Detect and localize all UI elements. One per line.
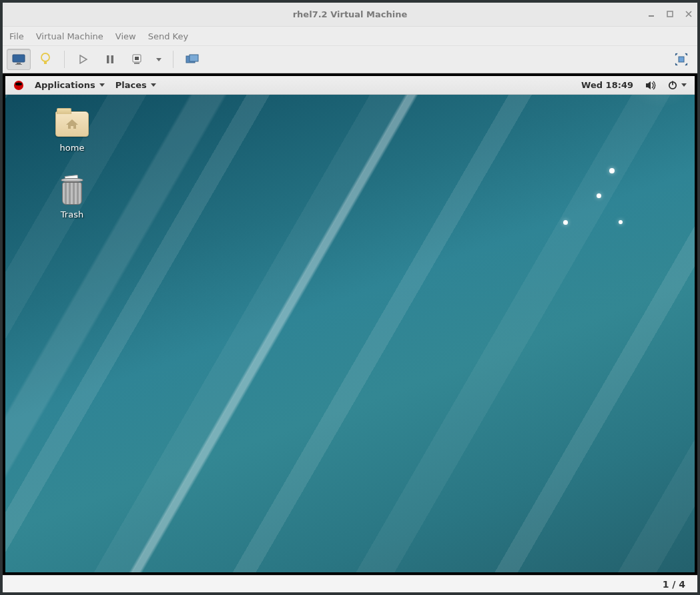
chevron-down-icon: [99, 83, 105, 87]
menu-file[interactable]: File: [9, 31, 24, 41]
play-icon: [79, 55, 88, 64]
menu-virtual-machine[interactable]: Virtual Machine: [36, 31, 103, 41]
svg-rect-0: [649, 15, 654, 17]
desktop-icon-label: home: [39, 143, 105, 153]
clock[interactable]: Wed 18:49: [581, 80, 633, 90]
svg-rect-9: [111, 55, 114, 63]
desktop-icon-home[interactable]: home: [39, 109, 105, 153]
desktop-icon-trash[interactable]: Trash: [39, 176, 105, 219]
guest-desktop[interactable]: home Trash: [5, 95, 695, 572]
window-title: rhel7.2 Virtual Machine: [293, 9, 408, 19]
window-maximize-button[interactable]: [667, 11, 673, 19]
app-toolbar: [3, 45, 697, 73]
fullscreen-icon: [675, 53, 688, 66]
volume-indicator[interactable]: [641, 81, 660, 90]
folder-icon: [55, 111, 89, 137]
svg-marker-25: [66, 119, 78, 129]
power-menu[interactable]: [664, 81, 691, 90]
shutdown-device-icon: [131, 54, 143, 65]
applications-menu[interactable]: Applications: [31, 76, 109, 94]
app-menubar: File Virtual Machine View Send Key: [3, 27, 697, 45]
svg-rect-11: [135, 57, 139, 60]
guest-top-panel: Applications Places Wed 18:49: [5, 76, 695, 95]
menu-send-key[interactable]: Send Key: [148, 31, 188, 41]
svg-rect-12: [134, 63, 139, 64]
monitor-icon: [12, 54, 25, 65]
console-view-button[interactable]: [7, 49, 31, 70]
pause-vm-button[interactable]: [98, 49, 122, 70]
lightbulb-icon: [40, 53, 51, 66]
window-minimize-button[interactable]: [648, 11, 655, 19]
svg-point-5: [41, 53, 49, 61]
svg-point-21: [15, 82, 22, 85]
redhat-menu-icon[interactable]: [9, 76, 28, 94]
chevron-down-icon: [681, 83, 687, 87]
guest-screen[interactable]: Applications Places Wed 18:49: [3, 73, 697, 575]
svg-marker-7: [80, 55, 87, 63]
svg-rect-15: [679, 57, 684, 62]
svg-rect-1: [667, 11, 673, 17]
trash-icon: [61, 177, 83, 205]
svg-marker-22: [646, 81, 651, 89]
redhat-icon: [13, 80, 24, 91]
shutdown-menu-button[interactable]: [151, 49, 166, 70]
svg-rect-14: [190, 55, 198, 61]
vm-display-frame: Applications Places Wed 18:49: [3, 73, 697, 592]
places-label: Places: [115, 80, 147, 90]
svg-rect-4: [15, 64, 22, 65]
speaker-icon: [645, 81, 656, 90]
power-icon: [668, 81, 677, 90]
window-titlebar: rhel7.2 Virtual Machine: [3, 3, 697, 27]
home-icon: [65, 118, 79, 130]
chevron-down-icon: [151, 83, 156, 87]
toolbar-separator: [173, 51, 173, 68]
applications-label: Applications: [35, 80, 95, 90]
toolbar-separator: [64, 51, 65, 68]
svg-rect-24: [672, 81, 673, 85]
details-view-button[interactable]: [33, 49, 57, 70]
desktop-icon-label: Trash: [39, 209, 105, 219]
shutdown-vm-button[interactable]: [125, 49, 149, 70]
page-counter: 1 / 4: [663, 579, 685, 590]
menu-view[interactable]: View: [115, 31, 136, 41]
chevron-down-icon: [156, 58, 161, 61]
svg-rect-6: [44, 61, 47, 64]
svg-rect-2: [13, 55, 25, 62]
run-vm-button[interactable]: [71, 49, 95, 70]
window-close-button[interactable]: [685, 11, 692, 19]
fullscreen-button[interactable]: [669, 49, 693, 70]
snapshots-button[interactable]: [180, 49, 204, 70]
status-bar: 1 / 4: [3, 575, 697, 592]
places-menu[interactable]: Places: [111, 76, 160, 94]
pause-icon: [105, 55, 115, 64]
svg-rect-3: [17, 63, 21, 64]
svg-rect-8: [107, 55, 109, 63]
snapshots-icon: [186, 54, 199, 65]
